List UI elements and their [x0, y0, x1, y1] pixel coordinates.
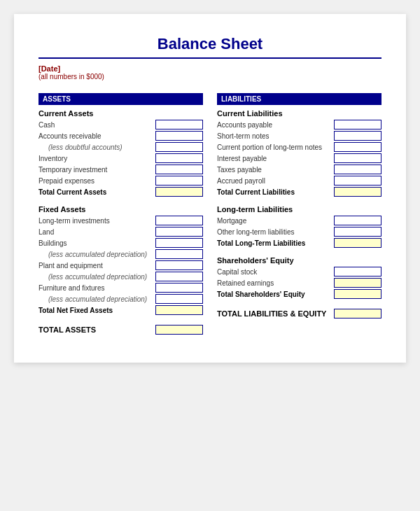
longterm-liabilities-title: Long-term Liabilities [217, 205, 382, 214]
less-accum-dep-buildings-input[interactable] [155, 249, 203, 259]
row-total-longterm: Total Long-Term Liabilities [217, 238, 382, 248]
total-fixed-assets-input[interactable] [155, 305, 203, 315]
row-total-fixed-assets: Total Net Fixed Assets [38, 305, 203, 315]
prepaid-expenses-input[interactable] [155, 176, 203, 186]
taxes-payable-input[interactable] [334, 164, 382, 174]
inventory-label: Inventory [38, 155, 155, 162]
total-current-assets-label: Total Current Assets [38, 188, 155, 196]
row-land: Land [38, 227, 203, 237]
plant-equipment-input[interactable] [155, 260, 203, 270]
less-doubtful-label: (less doubtful accounts) [38, 144, 155, 151]
row-retained-earnings: Retained earnings [217, 278, 382, 288]
total-assets-input[interactable] [155, 325, 203, 335]
row-buildings: Buildings [38, 238, 203, 248]
total-longterm-label: Total Long-Term Liabilities [217, 239, 334, 247]
total-current-assets-input[interactable] [155, 187, 203, 197]
row-capital-stock: Capital stock [217, 267, 382, 276]
total-fixed-assets-label: Total Net Fixed Assets [38, 307, 155, 314]
row-interest-payable: Interest payable [217, 153, 382, 163]
total-equity-input[interactable] [334, 289, 382, 299]
total-current-liabilities-label: Total Current Liabilities [217, 188, 334, 196]
cash-input[interactable] [155, 120, 203, 130]
interest-payable-input[interactable] [334, 153, 382, 163]
other-longterm-input[interactable] [334, 227, 382, 237]
less-accum-dep-plant-label: (less accumulated depreciation) [38, 273, 155, 281]
row-inventory: Inventory [38, 153, 203, 163]
row-short-term-notes: Short-term notes [217, 131, 382, 141]
current-assets-title: Current Assets [38, 109, 203, 118]
liabilities-column: LIABILITIES Current Liabilities Accounts… [217, 93, 382, 335]
row-taxes-payable: Taxes payable [217, 164, 382, 174]
total-liabilities-equity-row: TOTAL LIABILITIES & EQUITY [217, 309, 382, 318]
total-liabilities-equity-label: TOTAL LIABILITIES & EQUITY [217, 309, 326, 318]
less-accum-dep-furniture-label: (less accumulated depreciation) [38, 295, 155, 303]
short-term-notes-label: Short-term notes [217, 132, 334, 140]
plant-equipment-label: Plant and equipment [38, 262, 155, 270]
row-mortgage: Mortgage [217, 216, 382, 225]
date-label: [Date] [38, 64, 382, 73]
mortgage-input[interactable] [334, 216, 382, 225]
subtitle: (all numbers in $000) [38, 73, 382, 80]
accrued-payroll-input[interactable] [334, 176, 382, 186]
total-current-liabilities-input[interactable] [334, 187, 382, 197]
less-accum-dep-furniture-input[interactable] [155, 294, 203, 304]
temporary-investment-input[interactable] [155, 164, 203, 174]
prepaid-expenses-label: Prepaid expenses [38, 177, 155, 185]
row-accrued-payroll: Accrued payroll [217, 176, 382, 186]
row-accounts-receivable: Accounts receivable [38, 131, 203, 141]
total-assets-label: TOTAL ASSETS [38, 326, 96, 334]
row-total-current-liabilities: Total Current Liabilities [217, 187, 382, 197]
less-doubtful-input[interactable] [155, 142, 203, 152]
current-liabilities-title: Current Liabilities [217, 109, 382, 118]
retained-earnings-input[interactable] [334, 278, 382, 288]
assets-header: ASSETS [38, 93, 203, 105]
longterm-investments-label: Long-term investments [38, 217, 155, 225]
taxes-payable-label: Taxes payable [217, 166, 334, 174]
row-other-longterm: Other long-term liabilities [217, 227, 382, 237]
equity-title: Shareholders' Equity [217, 256, 382, 265]
furniture-fixtures-label: Furniture and fixtures [38, 284, 155, 292]
fixed-assets-title: Fixed Assets [38, 205, 203, 214]
liabilities-header: LIABILITIES [217, 93, 382, 105]
row-less-doubtful: (less doubtful accounts) [38, 142, 203, 152]
row-longterm-investments: Long-term investments [38, 216, 203, 225]
total-liabilities-equity-input[interactable] [334, 309, 382, 318]
buildings-label: Buildings [38, 239, 155, 247]
balance-sheet-page: Balance Sheet [Date] (all numbers in $00… [14, 14, 406, 363]
longterm-investments-input[interactable] [155, 216, 203, 225]
accrued-payroll-label: Accrued payroll [217, 177, 334, 185]
capital-stock-label: Capital stock [217, 268, 334, 276]
mortgage-label: Mortgage [217, 217, 334, 225]
interest-payable-label: Interest payable [217, 155, 334, 162]
temporary-investment-label: Temporary investment [38, 166, 155, 174]
total-assets-row: TOTAL ASSETS [38, 325, 203, 335]
inventory-input[interactable] [155, 153, 203, 163]
total-longterm-input[interactable] [334, 238, 382, 248]
accounts-receivable-label: Accounts receivable [38, 132, 155, 140]
row-accounts-payable: Accounts payable [217, 120, 382, 130]
retained-earnings-label: Retained earnings [217, 279, 334, 287]
land-input[interactable] [155, 227, 203, 237]
less-accum-dep-plant-input[interactable] [155, 272, 203, 281]
row-furniture-fixtures: Furniture and fixtures [38, 283, 203, 293]
row-less-accum-dep-plant: (less accumulated depreciation) [38, 272, 203, 281]
page-title: Balance Sheet [38, 35, 382, 53]
row-total-equity: Total Shareholders' Equity [217, 289, 382, 299]
total-equity-label: Total Shareholders' Equity [217, 290, 334, 298]
current-portion-longterm-input[interactable] [334, 142, 382, 152]
accounts-receivable-input[interactable] [155, 131, 203, 141]
capital-stock-input[interactable] [334, 267, 382, 276]
cash-label: Cash [38, 121, 155, 129]
title-divider [38, 57, 382, 59]
current-portion-longterm-label: Current portion of long-term notes [217, 144, 334, 151]
row-prepaid-expenses: Prepaid expenses [38, 176, 203, 186]
furniture-fixtures-input[interactable] [155, 283, 203, 293]
other-longterm-label: Other long-term liabilities [217, 228, 334, 236]
row-plant-equipment: Plant and equipment [38, 260, 203, 270]
accounts-payable-label: Accounts payable [217, 121, 334, 129]
buildings-input[interactable] [155, 238, 203, 248]
row-less-accum-dep-buildings: (less accumulated depreciation) [38, 249, 203, 259]
short-term-notes-input[interactable] [334, 131, 382, 141]
accounts-payable-input[interactable] [334, 120, 382, 130]
row-current-portion-longterm: Current portion of long-term notes [217, 142, 382, 152]
